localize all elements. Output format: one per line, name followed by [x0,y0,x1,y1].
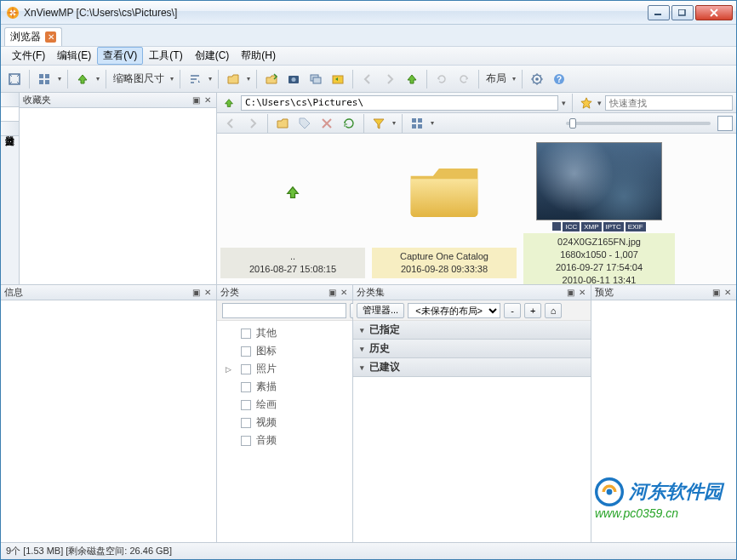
section-assigned[interactable]: 已指定 [353,321,591,340]
view-mode-icon[interactable] [34,69,54,89]
cat-item-other[interactable]: 其他 [217,324,352,342]
checkbox-icon[interactable] [241,329,251,339]
batch-icon[interactable] [306,69,326,89]
section-history[interactable]: 历史 [353,340,591,358]
settings-icon[interactable] [527,69,547,89]
preview-close-icon[interactable]: ✕ [723,288,733,298]
expand-icon[interactable]: ▷ [226,365,231,374]
sets-minus-button[interactable]: - [504,303,521,318]
thumbs-grid-dropdown[interactable] [429,119,436,127]
checkbox-icon[interactable] [241,382,251,392]
thumb-size-slider[interactable] [566,122,711,125]
tab-close-icon[interactable]: ✕ [45,31,56,43]
nav-up-green-icon[interactable] [402,69,422,89]
preview-float-icon[interactable]: ▣ [711,288,721,298]
close-button[interactable] [695,5,733,20]
cat-item-icons[interactable]: 图标 [217,342,352,360]
quick-search-input[interactable] [605,95,733,111]
sidetab-folders[interactable]: 文件夹 [1,93,19,107]
info-close-icon[interactable]: ✕ [203,288,213,298]
svg-rect-18 [412,118,416,123]
sort-dropdown[interactable] [207,75,214,83]
info-float-icon[interactable]: ▣ [191,288,201,298]
thumbnail-area[interactable]: .. 2016-08-27 15:08:15 Capture One Catal… [217,134,736,284]
address-input[interactable] [241,95,558,111]
slider-thumb-icon[interactable] [569,118,576,129]
cat-float-icon[interactable]: ▣ [327,288,337,298]
nav-forward-icon[interactable] [380,69,400,89]
filter-dropdown[interactable] [391,119,397,127]
refresh-icon[interactable] [339,113,359,134]
thumb-folder[interactable]: Capture One Catalog 2016-09-28 09:33:38 [372,137,517,278]
help-icon[interactable]: ? [549,69,569,89]
info-panel: 信息 ▣✕ [1,285,217,542]
thumb-size-dropdown[interactable] [169,75,175,83]
up-dropdown[interactable] [94,75,101,83]
rotate-ccw-icon[interactable] [431,69,452,89]
copy-to-icon[interactable] [261,69,282,89]
sidetab-favorites[interactable]: 收藏夹 [1,107,19,122]
cat-item-painting[interactable]: 绘画 [217,396,352,414]
panel-close-icon[interactable]: ✕ [203,95,213,106]
thumbs-grid-icon[interactable] [407,113,427,134]
delete-icon[interactable] [317,113,337,134]
view-mode-dropdown[interactable] [56,75,63,83]
menu-tools[interactable]: 工具(T) [143,47,188,65]
address-dropdown-icon[interactable]: ▾ [562,99,566,107]
menu-create[interactable]: 创建(C) [189,47,236,65]
cat-close-icon[interactable]: ✕ [339,288,349,298]
convert-icon[interactable] [328,69,348,89]
panel-float-icon[interactable]: ▣ [191,95,201,106]
layout-dropdown[interactable] [511,75,517,83]
up-arrow-icon[interactable] [72,69,93,89]
filter-icon[interactable] [368,113,389,134]
sets-float-icon[interactable]: ▣ [565,288,575,298]
cat-item-photos[interactable]: ▷照片 [217,360,352,378]
sets-close-icon[interactable]: ✕ [577,288,587,298]
rotate-cw-icon[interactable] [454,69,474,89]
favorite-star-icon[interactable] [579,95,594,111]
sort-icon[interactable] [185,69,205,89]
menu-edit[interactable]: 编辑(E) [51,47,97,65]
checkbox-icon[interactable] [241,400,251,410]
sets-layout-select[interactable]: <未保存的布局> [408,303,500,318]
cat-item-video[interactable]: 视频 [217,414,352,431]
svg-rect-2 [654,14,661,15]
sets-home-button[interactable]: ⌂ [545,303,562,318]
nav-back-icon[interactable] [357,69,378,89]
cat-item-sketch[interactable]: 素描 [217,378,352,396]
hist-fwd-icon[interactable] [243,113,263,134]
checkbox-icon[interactable] [241,418,251,428]
hist-back-icon[interactable] [220,113,241,134]
addr-up-icon[interactable] [220,94,237,111]
preview-toggle-icon[interactable] [717,116,733,131]
app-tabs: 浏览器 ✕ [1,25,736,47]
svg-rect-8 [45,80,49,84]
svg-rect-7 [39,80,43,84]
cat-item-audio[interactable]: 音频 [217,431,352,449]
sets-plus-button[interactable]: + [524,303,541,318]
sidetab-filters[interactable]: 分类过滤器 [1,122,19,136]
minimize-button[interactable] [648,5,670,20]
folder-open-icon[interactable] [272,113,293,134]
open-dropdown[interactable] [245,75,252,83]
category-search-input[interactable] [222,303,346,318]
section-suggested[interactable]: 已建议 [353,358,591,377]
thumb-image[interactable]: ICC XMP IPTC EXIF 024X0GZ165FN.jpg 1680x… [523,137,675,284]
fullscreen-icon[interactable] [4,69,25,89]
favorite-dropdown-icon[interactable]: ▾ [597,99,602,107]
menubar: 文件(F) 编辑(E) 查看(V) 工具(T) 创建(C) 帮助(H) [1,47,736,66]
thumb-parent[interactable]: .. 2016-08-27 15:08:15 [220,137,365,278]
menu-view[interactable]: 查看(V) [97,47,143,65]
menu-file[interactable]: 文件(F) [6,47,51,65]
checkbox-icon[interactable] [241,346,251,357]
menu-help[interactable]: 帮助(H) [235,47,282,65]
maximize-button[interactable] [671,5,694,20]
checkbox-icon[interactable] [241,436,251,446]
open-icon[interactable] [223,69,243,89]
checkbox-icon[interactable] [241,364,251,374]
browser-tab[interactable]: 浏览器 ✕ [4,27,62,46]
capture-icon[interactable] [283,69,304,89]
tag-icon[interactable] [294,113,315,134]
sets-manager-button[interactable]: 管理器... [357,303,404,318]
